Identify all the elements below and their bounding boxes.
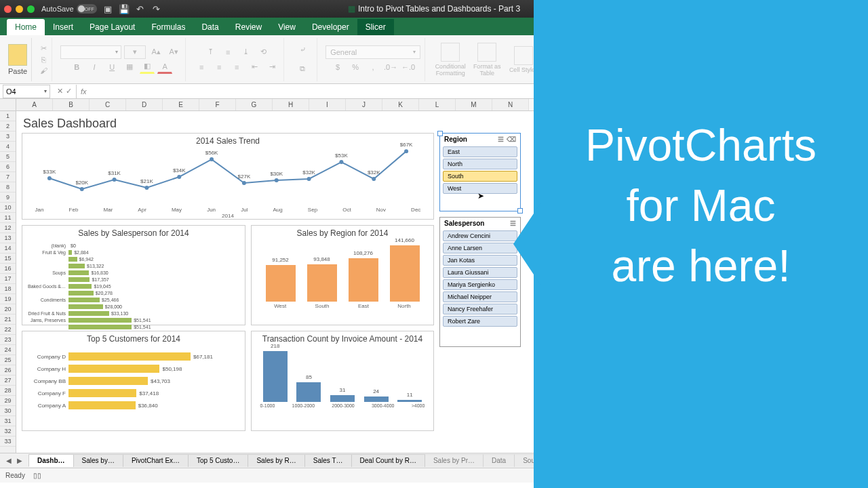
slicer-item[interactable]: Nancy Freehafer xyxy=(443,304,517,314)
zoom-out-icon[interactable]: − xyxy=(760,472,764,479)
col-header[interactable]: P xyxy=(566,99,602,110)
autosave-toggle[interactable]: AutoSave OFF xyxy=(41,4,97,14)
tab-formulas[interactable]: Formulas xyxy=(143,19,193,35)
sheet-tab[interactable]: Sales by R… xyxy=(248,454,304,467)
slicer-item[interactable]: South xyxy=(443,171,517,182)
sheet-tab[interactable]: Data xyxy=(483,454,515,467)
slicer-item[interactable]: Robert Zare xyxy=(443,316,517,327)
region-slicer[interactable]: Region ☰⌫ EastNorthSouthWest xyxy=(439,133,521,211)
row-header[interactable]: 30 xyxy=(0,406,16,416)
multiselect-icon[interactable]: ☰ xyxy=(498,136,504,143)
sort-filter[interactable]: ⚑ Sort & Filter xyxy=(655,56,699,63)
increase-font-icon[interactable]: A▴ xyxy=(149,45,163,59)
undo-icon[interactable]: ↶ xyxy=(135,3,146,14)
row-header[interactable]: 23 xyxy=(0,335,16,345)
zoom-slider[interactable] xyxy=(770,474,825,476)
smiley-icon[interactable]: ☺ xyxy=(846,5,853,13)
col-header[interactable]: G xyxy=(236,99,273,110)
font-size[interactable]: ▾ xyxy=(124,45,146,59)
row-header[interactable]: 33 xyxy=(0,436,16,447)
col-header[interactable]: O xyxy=(529,99,566,110)
clear[interactable]: ◇ Clear ▾ xyxy=(602,64,643,72)
merge-icon[interactable]: ⧉ xyxy=(292,60,313,78)
row-header[interactable]: 16 xyxy=(0,264,16,274)
salesperson-chart[interactable]: Sales by Salesperson for 2014 (blank)$0F… xyxy=(22,225,245,325)
slicer-item[interactable]: Mariya Sergienko xyxy=(443,279,517,290)
slicer-item[interactable]: Andrew Cencini xyxy=(443,230,517,241)
sheet-tab[interactable]: Top 5 Custo… xyxy=(188,454,248,467)
col-header[interactable]: A xyxy=(16,99,53,110)
minimize-window[interactable] xyxy=(16,5,23,13)
macro-icon[interactable]: ▯▯ xyxy=(33,472,41,479)
enter-formula-icon[interactable]: ✓ xyxy=(66,87,72,96)
col-header[interactable]: N xyxy=(492,99,529,110)
tab-developer[interactable]: Developer xyxy=(304,19,357,35)
decrease-decimal-icon[interactable]: ←.0 xyxy=(401,60,416,74)
sheet-tab[interactable]: PivotChart Ex… xyxy=(123,454,189,467)
col-header[interactable]: J xyxy=(346,99,382,110)
row-header[interactable]: 22 xyxy=(0,325,16,335)
align-left-icon[interactable]: ≡ xyxy=(194,60,209,74)
name-box[interactable]: O4▾ xyxy=(3,85,50,98)
row-header[interactable]: 31 xyxy=(0,416,16,426)
row-header[interactable]: 4 xyxy=(0,142,16,152)
bold-icon[interactable]: B xyxy=(69,60,84,74)
cancel-formula-icon[interactable]: ✕ xyxy=(57,87,63,96)
sheet-tab[interactable]: Source xyxy=(514,454,553,467)
slicer-item[interactable]: West xyxy=(443,183,517,194)
tab-insert[interactable]: Insert xyxy=(45,19,81,35)
delete-cells[interactable]: ▦ Delete ▾ xyxy=(553,56,589,63)
fill[interactable]: ◧ Fill ▾ xyxy=(602,56,643,63)
sheet-tab[interactable]: Dashb… xyxy=(28,454,74,467)
col-header[interactable]: R xyxy=(639,99,675,110)
sheet-tab[interactable]: Deal Count by R… xyxy=(351,454,425,467)
row-header[interactable]: 20 xyxy=(0,304,16,314)
insert-cells[interactable]: ▦ Insert ▾ xyxy=(553,47,589,54)
align-top-icon[interactable]: ⤒ xyxy=(203,45,218,59)
tab-slicer[interactable]: Slicer xyxy=(357,19,394,35)
row-header[interactable]: 14 xyxy=(0,243,16,253)
row-header[interactable]: 6 xyxy=(0,162,16,172)
row-header[interactable]: 5 xyxy=(0,152,16,162)
row-header[interactable]: 10 xyxy=(0,203,16,213)
row-header[interactable]: 2 xyxy=(0,121,16,131)
row-header[interactable]: 25 xyxy=(0,355,16,365)
cell-styles[interactable]: Cell Styles xyxy=(507,46,540,73)
row-header[interactable]: 9 xyxy=(0,192,16,203)
row-header[interactable]: 27 xyxy=(0,375,16,386)
view-break-icon[interactable]: ▥ xyxy=(747,472,753,479)
currency-icon[interactable]: $ xyxy=(330,60,345,74)
cut-icon[interactable]: ✂ xyxy=(41,44,47,53)
zoom-in-icon[interactable]: ＋ xyxy=(831,471,838,481)
autosum[interactable]: Σ AutoSum ▾ xyxy=(602,47,643,54)
redo-icon[interactable]: ↷ xyxy=(151,3,162,14)
col-header[interactable]: Q xyxy=(602,99,639,110)
fill-color-icon[interactable]: ◧ xyxy=(140,60,155,74)
paste-icon[interactable] xyxy=(8,44,27,66)
comma-icon[interactable]: , xyxy=(366,60,380,74)
top5-chart[interactable]: Top 5 Customers for 2014 Company D$67,18… xyxy=(22,331,245,431)
row-header[interactable]: 18 xyxy=(0,284,16,294)
col-header[interactable]: L xyxy=(419,99,456,110)
font-select[interactable]: ▾ xyxy=(60,45,121,59)
format-as-table[interactable]: Format as Table xyxy=(470,43,504,77)
region-chart[interactable]: Sales by Region for 2014 91,25293,848108… xyxy=(251,225,434,325)
row-header[interactable]: 15 xyxy=(0,253,16,264)
next-sheet-icon[interactable]: ▶ xyxy=(15,457,24,464)
align-bottom-icon[interactable]: ⤓ xyxy=(238,45,253,59)
slicer-item[interactable]: North xyxy=(443,159,517,169)
row-header[interactable]: 21 xyxy=(0,314,16,325)
col-header[interactable]: D xyxy=(126,99,163,110)
indent-inc-icon[interactable]: ⇥ xyxy=(264,60,279,74)
view-normal-icon[interactable]: ▦ xyxy=(722,472,728,479)
row-header[interactable]: 7 xyxy=(0,172,16,182)
row-header[interactable]: 1 xyxy=(0,111,16,121)
col-header[interactable]: K xyxy=(382,99,419,110)
transaction-chart[interactable]: Transaction Count by Invoice Amount - 20… xyxy=(251,331,434,431)
format-painter-icon[interactable]: 🖌 xyxy=(40,66,47,75)
col-header[interactable]: I xyxy=(309,99,346,110)
number-format-select[interactable]: General▾ xyxy=(326,45,420,59)
row-header[interactable]: 29 xyxy=(0,396,16,406)
col-header[interactable]: W xyxy=(822,99,859,110)
align-middle-icon[interactable]: ≡ xyxy=(220,45,235,59)
